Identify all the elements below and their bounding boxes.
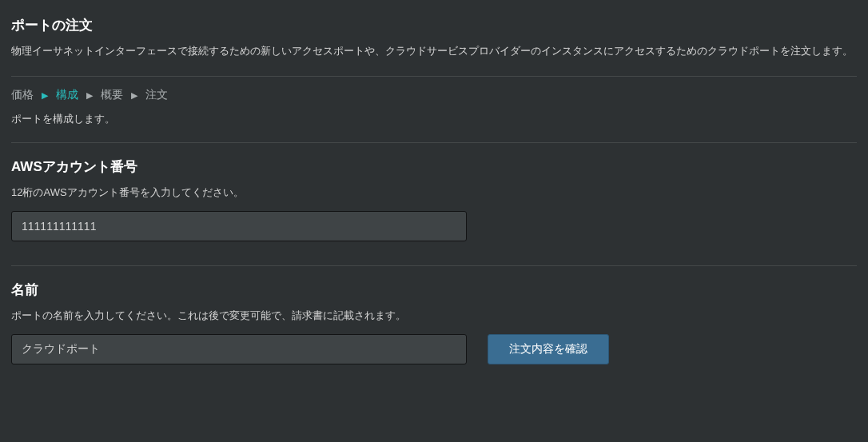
- aws-account-input[interactable]: [11, 211, 467, 241]
- page-title: ポートの注文: [11, 0, 857, 44]
- breadcrumb: 価格 ▶ 構成 ▶ 概要 ▶ 注文: [11, 77, 857, 109]
- section-title-name: 名前: [11, 266, 857, 309]
- confirm-order-button[interactable]: 注文内容を確認: [488, 334, 609, 364]
- section-desc-aws-account: 12桁のAWSアカウント番号を入力してください。: [11, 185, 857, 211]
- port-name-input[interactable]: [11, 334, 467, 364]
- chevron-right-icon: ▶: [131, 90, 137, 101]
- breadcrumb-step-order[interactable]: 注文: [145, 88, 168, 102]
- breadcrumb-step-summary[interactable]: 概要: [101, 88, 123, 102]
- page-description: 物理イーサネットインターフェースで接続するための新しいアクセスポートや、クラウド…: [11, 44, 857, 76]
- breadcrumb-description: ポートを構成します。: [11, 109, 857, 142]
- section-desc-name: ポートの名前を入力してください。これは後で変更可能で、請求書に記載されます。: [11, 309, 857, 334]
- breadcrumb-step-price[interactable]: 価格: [11, 88, 34, 102]
- section-title-aws-account: AWSアカウント番号: [11, 143, 857, 185]
- chevron-right-icon: ▶: [42, 90, 48, 101]
- breadcrumb-step-config[interactable]: 構成: [56, 88, 78, 102]
- chevron-right-icon: ▶: [86, 90, 93, 101]
